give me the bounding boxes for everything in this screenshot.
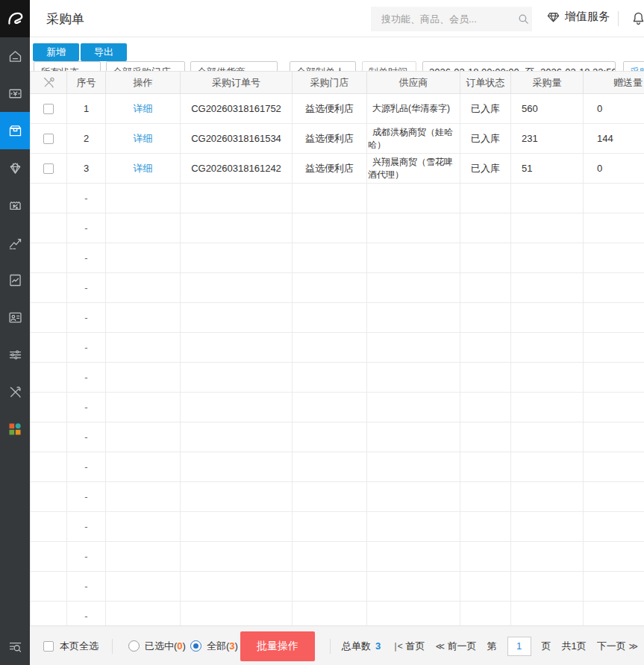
col-header-gift: 赠送量: [584, 72, 644, 94]
total-pages-label: 共1页: [562, 640, 587, 653]
main-area: 采购单 增值服务: [30, 0, 644, 665]
selected-radio[interactable]: [128, 640, 140, 652]
sidebar-item-staff[interactable]: [0, 299, 30, 336]
cell-empty-dash: -: [67, 542, 106, 572]
total-count: 3: [375, 640, 381, 652]
divider: [112, 639, 113, 654]
page-label-post: 页: [542, 640, 551, 653]
table-row-empty: -: [31, 602, 644, 626]
cell-empty-dash: -: [67, 452, 106, 482]
cell-gift: 144: [584, 124, 644, 154]
brand-logo[interactable]: [0, 0, 30, 37]
select-all-checkbox[interactable]: [43, 641, 54, 652]
cell-empty-dash: -: [67, 572, 106, 602]
page-number-input[interactable]: [507, 637, 531, 656]
col-header-no: 序号: [67, 72, 106, 94]
vas-label: 增值服务: [565, 10, 610, 24]
cell-qty: 560: [511, 94, 584, 124]
col-header-qty: 采购量: [511, 72, 584, 94]
row-checkbox[interactable]: [43, 134, 54, 144]
sidebar-item-promotion[interactable]: [0, 187, 30, 224]
home-icon: [7, 49, 23, 64]
col-header-status: 订单状态: [460, 72, 511, 94]
gem-icon: [546, 10, 560, 24]
prev-page-icon: ≪: [435, 641, 445, 652]
detail-link[interactable]: 详细: [134, 133, 153, 144]
sidebar-item-home[interactable]: [0, 37, 30, 75]
search-input[interactable]: [371, 13, 517, 25]
row-checkbox[interactable]: [43, 163, 54, 174]
package-box-icon: [7, 123, 23, 139]
cell-empty-dash: -: [67, 512, 106, 542]
cell-empty-dash: -: [67, 243, 106, 273]
sidebar-item-goods[interactable]: [0, 112, 30, 149]
table-row: 3 详细 CG20260318161242 益选便利店 兴翔晨商贸（雪花啤酒代理…: [31, 154, 644, 184]
selected-option[interactable]: 已选中(0): [145, 626, 186, 665]
cell-empty-dash: -: [67, 184, 106, 213]
next-page-button[interactable]: 下一页 ≫: [597, 640, 638, 653]
col-header-order-no: 采购订单号: [181, 72, 293, 94]
batch-action-button[interactable]: 批量操作: [240, 631, 315, 661]
detail-link[interactable]: 详细: [134, 103, 153, 114]
first-page-button[interactable]: ∣< 首页: [393, 640, 425, 653]
sidebar-item-report[interactable]: [0, 261, 30, 299]
id-card-icon: [7, 310, 23, 325]
sidebar-item-apps[interactable]: [0, 410, 30, 448]
col-header-action: 操作: [106, 72, 181, 94]
cell-status: 已入库: [460, 154, 511, 184]
cell-empty-dash: -: [67, 213, 106, 243]
row-checkbox[interactable]: [43, 104, 54, 114]
orders-table: 序号 操作 采购订单号 采购门店 供应商 订单状态 采购量 赠送量 1 详细: [30, 71, 644, 625]
col-header-store: 采购门店: [293, 72, 367, 94]
first-page-icon: ∣<: [393, 641, 403, 652]
all-radio[interactable]: [190, 640, 201, 652]
prev-page-button[interactable]: ≪ 前一页: [435, 640, 476, 653]
detail-link[interactable]: 详细: [134, 163, 153, 174]
table-header-row: 序号 操作 采购订单号 采购门店 供应商 订单状态 采购量 赠送量: [31, 72, 644, 94]
table-body: 1 详细 CG20260318161752 益选便利店 大源乳品(华清泰字) 已…: [31, 94, 644, 626]
all-option[interactable]: 全部(3): [207, 626, 238, 665]
page-title: 采购单: [46, 10, 84, 28]
add-button[interactable]: 新增: [33, 43, 79, 61]
next-page-icon: ≫: [628, 641, 638, 652]
gem-icon: [7, 160, 23, 176]
top-bar: 采购单 增值服务: [30, 0, 644, 37]
table-row-empty: -: [31, 512, 644, 542]
sidebar-item-tools[interactable]: [0, 373, 30, 410]
search-icon[interactable]: [517, 13, 530, 25]
column-settings-header[interactable]: [31, 72, 67, 94]
divider: [618, 11, 619, 26]
table-row-empty: -: [31, 184, 644, 213]
table-row-empty: -: [31, 452, 644, 482]
export-button[interactable]: 导出: [81, 43, 127, 61]
notification-bell-icon[interactable]: [631, 10, 644, 30]
sidebar-item-search-menu[interactable]: [0, 628, 30, 665]
sidebar-item-member[interactable]: [0, 149, 30, 187]
sidebar-item-settings[interactable]: [0, 336, 30, 373]
table-row-empty: -: [31, 273, 644, 303]
tools-icon: [42, 75, 56, 90]
cell-empty-dash: -: [67, 422, 106, 452]
col-header-supplier: 供应商: [367, 72, 460, 94]
sidebar-item-cash[interactable]: [0, 75, 30, 112]
table-row-empty: -: [31, 422, 644, 452]
table-row-empty: -: [31, 333, 644, 363]
cell-supplier: 大源乳品(华清泰字): [367, 94, 460, 124]
sidebar-item-stats[interactable]: [0, 224, 30, 261]
global-search[interactable]: [371, 7, 532, 31]
cell-order-no: CG20260318161534: [181, 124, 293, 154]
cell-no: 3: [67, 154, 106, 184]
pencil-wrench-icon: [7, 384, 23, 400]
value-added-services-button[interactable]: 增值服务: [546, 10, 610, 24]
cell-empty-dash: -: [67, 482, 106, 512]
cell-store: 益选便利店: [293, 124, 367, 154]
page-label-pre: 第: [487, 640, 497, 653]
trend-chart-icon: [7, 235, 23, 251]
table-row: 1 详细 CG20260318161752 益选便利店 大源乳品(华清泰字) 已…: [31, 94, 644, 124]
cell-status: 已入库: [460, 94, 511, 124]
cell-status: 已入库: [460, 124, 511, 154]
cell-no: 1: [67, 94, 106, 124]
select-all-label: 本页全选: [60, 626, 99, 665]
cell-gift: 0: [584, 154, 644, 184]
pagination: ∣< 首页 ≪ 前一页 第 页 共1页 下一页 ≫: [393, 626, 638, 665]
